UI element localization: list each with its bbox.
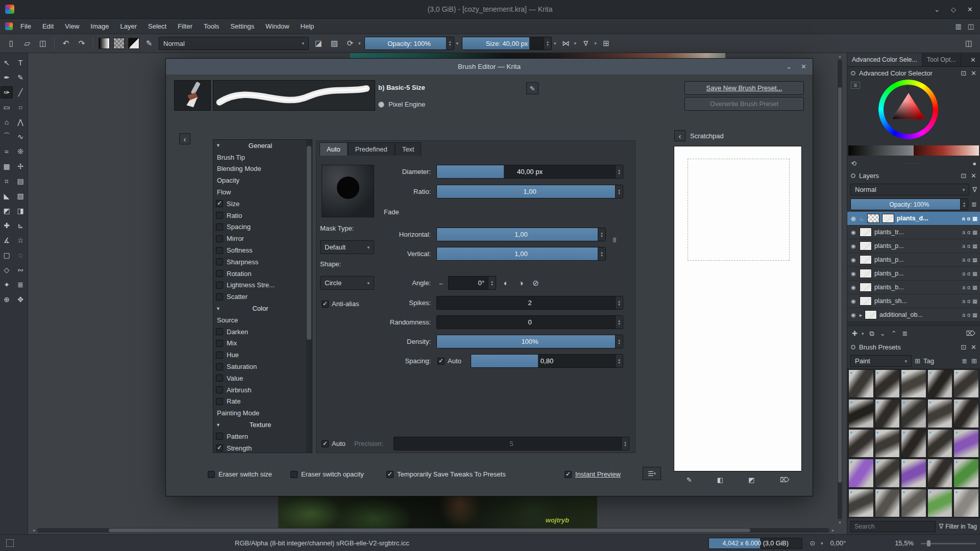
freehand-path-tool-icon[interactable]: ∿ xyxy=(14,131,27,143)
alpha-lock-icon[interactable]: a xyxy=(962,312,965,318)
angle-gauge-icon[interactable]: ◑ xyxy=(515,277,527,289)
duplicate-layer-icon[interactable]: ⧉ xyxy=(869,330,874,338)
horizontal-fade-slider[interactable]: 1,00▴▾ xyxy=(436,228,606,241)
brush-option-strength[interactable]: Strength xyxy=(213,442,306,453)
layer-visibility-icon[interactable]: ◉ xyxy=(850,215,857,222)
brush-preset-thumbnail[interactable]: ● xyxy=(953,429,979,458)
transform-tool-icon[interactable]: ▦ xyxy=(1,160,13,172)
density-spinner[interactable]: ▴▾ xyxy=(615,335,623,348)
overwrite-preset-button[interactable]: Overwrite Brush Preset xyxy=(684,97,804,111)
brush-preset-thumbnail[interactable]: ● xyxy=(848,459,874,487)
randomness-slider[interactable]: 0▴▾ xyxy=(436,315,623,329)
option-checkbox[interactable] xyxy=(216,374,223,382)
brush-preset-thumbnail[interactable]: ● xyxy=(901,399,926,428)
shade-strip-color[interactable] xyxy=(914,145,979,156)
layer-opacity-slider[interactable]: Opacity: 100%▴▾ xyxy=(850,198,968,210)
layer-properties-icon[interactable]: ≣ xyxy=(902,330,908,337)
layer-lock-icon[interactable]: ▦ xyxy=(972,298,977,304)
open-document-icon[interactable]: ▱ xyxy=(21,37,33,50)
layer-thumbnail[interactable] xyxy=(860,228,872,237)
vertical-spinner[interactable]: ▴▾ xyxy=(598,247,605,260)
layer-lock-icon[interactable]: ▦ xyxy=(972,215,977,221)
layer-row[interactable]: ◉plants_sh...aα▦ xyxy=(847,294,980,308)
layer-row[interactable]: ◉plants_p...aα▦ xyxy=(847,253,980,267)
brush-preset-thumbnail[interactable]: ● xyxy=(953,489,979,517)
layer-row[interactable]: ◉▸additional_ob...aα▦ xyxy=(847,308,980,322)
size-slider[interactable]: Size: 40,00 px▴▾ xyxy=(462,37,552,50)
option-checkbox[interactable] xyxy=(216,352,223,359)
polygon-select-tool-icon[interactable]: ◇ xyxy=(1,264,13,276)
option-checkbox[interactable] xyxy=(216,398,223,405)
option-checkbox[interactable] xyxy=(216,270,223,277)
save-tweaks-checkbox[interactable]: Temporarily Save Tweaks To Presets xyxy=(386,467,506,481)
color-history-icon[interactable]: ● xyxy=(972,160,976,167)
collapse-options-button[interactable]: ‹ xyxy=(179,133,190,144)
layer-opacity-spinner[interactable]: ▴▾ xyxy=(960,199,968,210)
option-checkbox[interactable] xyxy=(216,200,223,207)
scratchpad-paint-icon[interactable]: ✎ xyxy=(687,476,692,484)
inherit-alpha-icon[interactable]: α xyxy=(967,284,970,290)
brush-option-brush-tip[interactable]: Brush Tip xyxy=(213,152,306,163)
vscroll-thumb[interactable] xyxy=(838,87,842,483)
filter-in-tag-toggle[interactable]: ∇ Filter in Tag xyxy=(939,522,977,530)
brush-option-source[interactable]: Source xyxy=(213,314,306,326)
save-icon[interactable]: ◫ xyxy=(37,37,49,50)
ellipse-tool-icon[interactable]: ○ xyxy=(14,101,27,113)
brush-option-saturation[interactable]: Saturation xyxy=(213,361,306,372)
angle-input[interactable]: 0°▴▾ xyxy=(448,276,496,290)
layer-visibility-icon[interactable]: ◉ xyxy=(850,229,857,236)
delete-layer-icon[interactable]: ⌦ xyxy=(966,330,975,337)
precision-spinner[interactable]: ▴▾ xyxy=(621,437,629,450)
window-shade-icon[interactable]: ⌄ xyxy=(934,6,940,13)
spacing-auto-box[interactable] xyxy=(437,358,445,365)
layer-visibility-icon[interactable]: ◉ xyxy=(850,312,857,318)
brush-option-flow[interactable]: Flow xyxy=(213,186,306,198)
brush-option-hue[interactable]: Hue xyxy=(213,349,306,361)
assistants-tool-icon[interactable]: ⊾ xyxy=(14,219,27,232)
brush-preset-thumbnail[interactable]: ● xyxy=(953,369,979,398)
scroll-right-icon[interactable]: ▸ xyxy=(830,528,836,533)
filter-layers-icon[interactable]: ∇ xyxy=(972,186,977,193)
precision-slider[interactable]: 5▴▾ xyxy=(394,437,629,450)
menu-settings[interactable]: Settings xyxy=(225,22,260,30)
undo-icon[interactable]: ↶ xyxy=(60,37,72,50)
brush-option-lightness-stre[interactable]: Lightness Stre... xyxy=(213,280,306,291)
brush-option-opacity[interactable]: Opacity xyxy=(213,174,306,186)
move-tool-icon[interactable]: ✢ xyxy=(14,160,27,172)
dialog-close-icon[interactable]: ✕ xyxy=(801,63,806,70)
size-spinner[interactable]: ▴▾ xyxy=(544,37,551,49)
scratchpad-clear-icon[interactable]: ⌦ xyxy=(780,476,789,484)
brush-option-darken[interactable]: Darken xyxy=(213,326,306,338)
mirror-vertical-icon[interactable]: ⊳ xyxy=(579,37,593,49)
brush-preset-thumbnail[interactable]: ● xyxy=(901,459,926,487)
close-docker-icon[interactable]: ✕ xyxy=(971,172,976,180)
line-tool-icon[interactable]: ╱ xyxy=(14,86,27,98)
brush-preset-thumbnail[interactable]: ● xyxy=(901,489,926,517)
size-dropdown-icon[interactable]: ▾ xyxy=(554,41,556,46)
brush-preset-thumbnail[interactable]: ● xyxy=(848,429,874,458)
brush-option-rotation[interactable]: Rotation xyxy=(213,268,306,280)
edit-brush-settings-icon[interactable]: ✎ xyxy=(143,37,155,50)
fg-bg-color-swatch[interactable] xyxy=(128,38,139,49)
randomness-spinner[interactable]: ▴▾ xyxy=(615,316,623,329)
eraser-switch-opacity-checkbox[interactable]: Eraser switch opacity xyxy=(290,467,364,481)
brush-preset-thumbnail[interactable]: ● xyxy=(927,399,953,428)
angle-dial-icon[interactable]: ◐ xyxy=(500,277,512,289)
enclose-fill-tool-icon[interactable]: ◨ xyxy=(14,205,27,217)
preset-tag-select[interactable]: Paint▾ xyxy=(850,355,912,367)
pan-tool-icon[interactable]: ✥ xyxy=(14,293,27,306)
group-expand-icon[interactable]: ▸ xyxy=(860,312,862,318)
brush-option-painting-mode[interactable]: Painting Mode xyxy=(213,407,306,419)
layer-lock-icon[interactable]: ▦ xyxy=(972,243,977,249)
mirror-v-dropdown-icon[interactable]: ▾ xyxy=(594,41,597,46)
option-checkbox[interactable] xyxy=(216,223,223,231)
workspace-icon[interactable]: ◫ xyxy=(968,22,974,30)
alpha-lock-icon[interactable]: a xyxy=(962,243,965,249)
layer-thumbnail[interactable] xyxy=(860,269,872,278)
brush-preset-thumbnail[interactable]: ● xyxy=(927,459,953,487)
layer-visibility-icon[interactable]: ◉ xyxy=(850,243,857,249)
inherit-alpha-icon[interactable]: α xyxy=(967,298,970,304)
brush-preset-thumbnail[interactable]: ● xyxy=(875,429,900,458)
calligraphy-tool-icon[interactable]: ✎ xyxy=(14,71,27,84)
layer-mask-thumbnail[interactable] xyxy=(867,214,879,223)
